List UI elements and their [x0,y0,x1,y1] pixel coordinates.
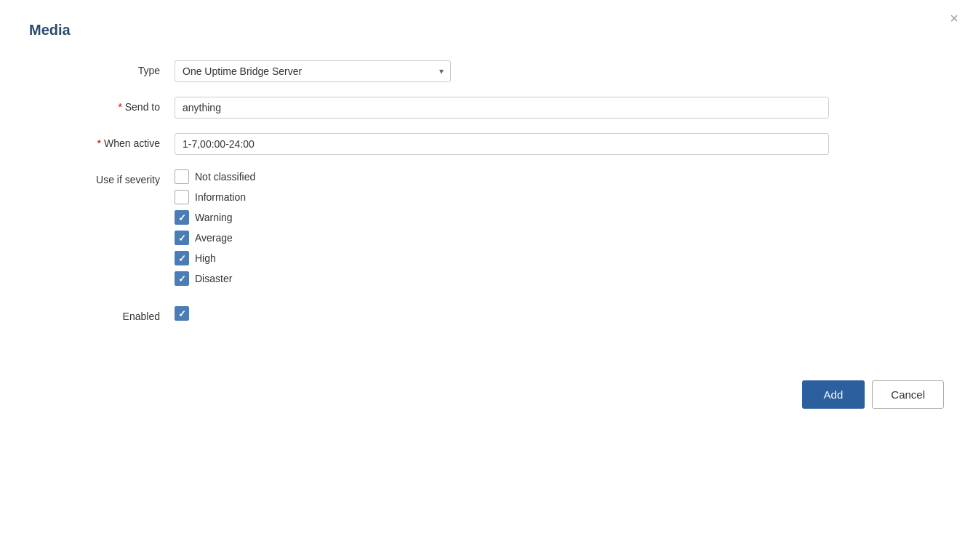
high-label: High [195,252,216,264]
media-modal: Media × Type One Uptime Bridge Server Em… [0,0,973,560]
severity-information: Information [175,190,829,204]
severity-average: Average [175,231,829,245]
not-classified-label: Not classified [195,171,255,183]
add-button[interactable]: Add [802,380,865,409]
disaster-checkbox[interactable] [175,271,189,286]
information-checkbox[interactable] [175,190,189,204]
cancel-button[interactable]: Cancel [872,380,944,409]
footer-buttons: Add Cancel [29,380,944,409]
type-control: One Uptime Bridge Server Email SMS Slack… [175,60,829,82]
when-active-row: When active [29,133,944,155]
form-section: Type One Uptime Bridge Server Email SMS … [29,60,944,337]
type-select[interactable]: One Uptime Bridge Server Email SMS Slack… [175,60,451,82]
when-active-label: When active [29,133,175,149]
information-label: Information [195,191,246,203]
send-to-input[interactable] [175,97,829,119]
send-to-control [175,97,829,119]
average-checkbox[interactable] [175,231,189,245]
enabled-row: Enabled [29,306,944,322]
high-checkbox[interactable] [175,251,189,265]
warning-label: Warning [195,212,233,223]
severity-disaster: Disaster [175,271,829,286]
severity-row: Use if severity Not classified Informati… [29,169,944,292]
when-active-control [175,133,829,155]
enabled-control [175,306,829,321]
type-select-wrapper: One Uptime Bridge Server Email SMS Slack… [175,60,451,82]
severity-warning: Warning [175,210,829,225]
not-classified-checkbox[interactable] [175,169,189,184]
modal-title: Media [29,22,944,39]
when-active-input[interactable] [175,133,829,155]
type-label: Type [29,60,175,76]
disaster-label: Disaster [195,273,232,284]
severity-label: Use if severity [29,169,175,185]
severity-group: Not classified Information Warning Avera… [175,169,829,292]
enabled-checkbox[interactable] [175,306,189,321]
warning-checkbox[interactable] [175,210,189,225]
close-button[interactable]: × [950,11,958,25]
send-to-label: Send to [29,97,175,113]
type-row: Type One Uptime Bridge Server Email SMS … [29,60,944,82]
severity-not-classified: Not classified [175,169,829,184]
enabled-label: Enabled [29,306,175,322]
severity-control: Not classified Information Warning Avera… [175,169,829,292]
send-to-row: Send to [29,97,944,119]
severity-high: High [175,251,829,265]
average-label: Average [195,232,233,244]
